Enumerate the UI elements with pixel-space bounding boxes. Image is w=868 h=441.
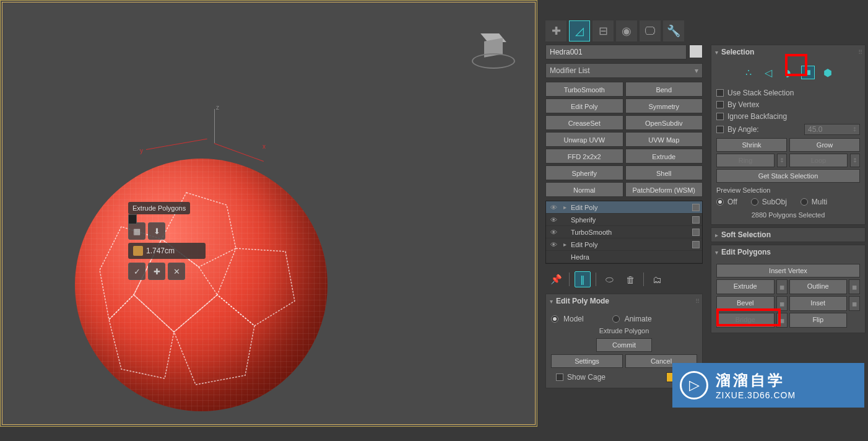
caddy-cancel-button[interactable]: ✕ (168, 263, 185, 280)
extrude-caddy[interactable]: Extrude Polygons ▦ ⬇ 1.747cm ✓ ✚ ✕ (128, 202, 206, 283)
modifier-patchdeform[interactable]: PatchDeform (WSM) (625, 182, 703, 197)
inset-button[interactable]: Inset (789, 296, 848, 311)
preview-off-radio[interactable] (716, 198, 724, 206)
commit-button[interactable]: Commit (596, 338, 652, 352)
modifier-turbosmooth[interactable]: TurboSmooth (545, 82, 623, 97)
expand-icon[interactable]: ▸ (562, 241, 568, 248)
viewcube[interactable] (475, 35, 512, 72)
bridge-button[interactable]: Bridge (716, 313, 775, 328)
animate-radio[interactable] (612, 315, 620, 323)
caddy-group-icon[interactable]: ▦ (128, 222, 145, 240)
shrink-button[interactable]: Shrink (716, 138, 787, 152)
vertex-subobj-icon[interactable]: ∴ (742, 66, 755, 79)
border-subobj-icon[interactable]: ◗ (781, 66, 795, 79)
stack-result-icon[interactable] (692, 204, 700, 211)
stack-item-turbosmooth[interactable]: 👁 TurboSmooth (546, 226, 702, 238)
rollout-title: Edit Polygons (721, 248, 771, 256)
modifier-uvwmap[interactable]: UVW Map (625, 132, 703, 147)
object-name-input[interactable] (545, 45, 687, 59)
edge-subobj-icon[interactable]: ◁ (762, 66, 775, 79)
modifier-normal[interactable]: Normal (545, 182, 623, 197)
preview-subobj-radio[interactable] (751, 198, 758, 206)
rollout-header[interactable]: Edit Polygons (711, 245, 865, 259)
modify-tab[interactable]: ◿ (569, 20, 590, 41)
grow-button[interactable]: Grow (789, 138, 860, 152)
inset-settings-button[interactable]: ◼ (849, 296, 860, 311)
ring-spinner[interactable]: ‡ (777, 154, 787, 167)
stack-item-editpoly-bottom[interactable]: 👁 ▸ Edit Poly (546, 238, 702, 251)
stack-result-icon[interactable] (692, 216, 700, 224)
modifier-editpoly[interactable]: Edit Poly (545, 98, 623, 113)
show-end-result-icon[interactable]: ‖ (575, 271, 591, 287)
rollout-header[interactable]: Selection ⠿ (711, 45, 865, 59)
by-angle-spinner[interactable]: 45.0 (804, 124, 860, 135)
outline-button[interactable]: Outline (789, 279, 848, 294)
get-stack-selection-button[interactable]: Get Stack Selection (716, 169, 860, 183)
hierarchy-tab[interactable]: ⊟ (592, 20, 614, 41)
visibility-icon[interactable]: 👁 (549, 216, 558, 224)
modifier-extrude[interactable]: Extrude (625, 149, 703, 164)
stack-item-hedra[interactable]: Hedra (546, 251, 702, 263)
bridge-settings-button[interactable]: ◼ (776, 313, 788, 328)
modifier-opensubdiv[interactable]: OpenSubdiv (625, 115, 703, 130)
stack-item-editpoly-top[interactable]: 👁 ▸ Edit Poly (546, 201, 702, 214)
modifier-ffd[interactable]: FFD 2x2x2 (545, 149, 623, 164)
show-cage-checkbox[interactable] (556, 373, 563, 381)
configure-sets-icon[interactable]: 🗂 (649, 271, 665, 287)
loop-button[interactable]: Loop (789, 154, 848, 167)
create-tab[interactable]: ✚ (545, 20, 566, 41)
modifier-shell[interactable]: Shell (625, 165, 703, 180)
extrude-settings-button[interactable]: ◼ (776, 279, 788, 294)
rollout-header[interactable]: Soft Selection (711, 228, 865, 242)
caddy-height-value[interactable]: 1.747cm (128, 243, 206, 259)
modifier-stack: 👁 ▸ Edit Poly 👁 Spherify 👁 TurboSmooth 👁… (545, 201, 703, 264)
object-color-swatch[interactable] (689, 45, 703, 58)
visibility-icon[interactable]: 👁 (549, 241, 558, 248)
caddy-text-cursor[interactable] (128, 214, 137, 224)
ignore-backfacing-checkbox[interactable] (716, 113, 724, 120)
stack-result-icon[interactable] (692, 241, 700, 248)
display-tab[interactable]: 🖵 (640, 20, 661, 41)
stack-item-spherify[interactable]: 👁 Spherify (546, 214, 702, 226)
flip-button[interactable]: Flip (789, 313, 848, 328)
remove-modifier-icon[interactable]: 🗑 (622, 271, 638, 287)
motion-tab[interactable]: ◉ (616, 20, 637, 41)
bevel-button[interactable]: Bevel (716, 296, 775, 311)
by-angle-checkbox[interactable] (716, 126, 724, 133)
viewport[interactable]: z y x Extrude Polygons ▦ ⬇ 1.747cm (0, 0, 537, 427)
axis-y-line (146, 139, 207, 150)
stack-result-icon[interactable] (692, 229, 700, 236)
preview-multi-radio[interactable] (801, 198, 808, 206)
polygon-subobj-icon[interactable]: ■ (801, 66, 815, 79)
utilities-tab[interactable]: 🔧 (663, 20, 684, 41)
by-vertex-checkbox[interactable] (716, 101, 724, 108)
element-subobj-icon[interactable]: ⬢ (821, 66, 835, 79)
extrude-button[interactable]: Extrude (716, 279, 775, 294)
visibility-icon[interactable]: 👁 (549, 204, 558, 211)
caddy-ok-button[interactable]: ✓ (128, 263, 145, 280)
modifier-creaseset[interactable]: CreaseSet (545, 115, 623, 130)
visibility-icon[interactable]: 👁 (549, 229, 558, 236)
grip-icon: ⠿ (858, 49, 861, 56)
modifier-list-dropdown[interactable]: Modifier List (545, 63, 703, 78)
model-radio[interactable] (551, 315, 558, 323)
modifier-symmetry[interactable]: Symmetry (625, 98, 703, 113)
settings-button[interactable]: Settings (551, 354, 623, 368)
modifier-spherify[interactable]: Spherify (545, 165, 623, 180)
bevel-settings-button[interactable]: ◼ (776, 296, 788, 311)
caddy-apply-button[interactable]: ✚ (148, 263, 165, 280)
loop-spinner[interactable]: ‡ (850, 154, 860, 167)
pin-stack-icon[interactable]: 📌 (548, 271, 564, 287)
modifier-bend[interactable]: Bend (625, 82, 703, 97)
outline-settings-button[interactable]: ◼ (849, 279, 860, 294)
expand-icon[interactable]: ▸ (562, 204, 568, 211)
soccer-ball-mesh[interactable] (75, 159, 328, 411)
modifier-unwrapuvw[interactable]: Unwrap UVW (545, 132, 623, 147)
insert-vertex-button[interactable]: Insert Vertex (716, 264, 860, 277)
use-stack-checkbox[interactable] (716, 89, 724, 97)
caddy-normal-icon[interactable]: ⬇ (148, 222, 165, 240)
rollout-header[interactable]: Edit Poly Mode ⠿ (546, 294, 702, 308)
make-unique-icon[interactable]: ⬭ (601, 271, 617, 287)
stack-label: Edit Poly (571, 204, 689, 211)
ring-button[interactable]: Ring (716, 154, 775, 167)
